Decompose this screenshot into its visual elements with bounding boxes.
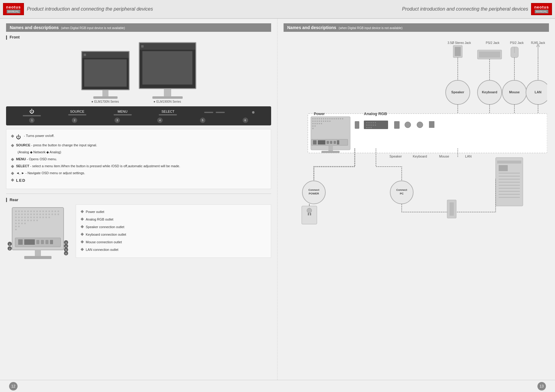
- svg-text:3: 3: [65, 241, 67, 244]
- svg-rect-17: [18, 214, 20, 215]
- power-area-label: Power: [314, 112, 325, 116]
- control-buttons: ⏻ SOURCE MENU SELECT: [11, 109, 267, 116]
- port-power: [355, 121, 359, 129]
- svg-rect-137: [499, 173, 520, 174]
- svg-rect-39: [39, 217, 41, 218]
- keyboard-device-inner: [479, 51, 500, 58]
- svg-point-127: [373, 125, 374, 126]
- divider: [6, 194, 271, 194]
- svg-rect-136: [499, 165, 508, 171]
- port-speaker-conn: [394, 121, 400, 129]
- connect-power-text2: POWER: [309, 192, 319, 195]
- svg-rect-113: [327, 141, 329, 144]
- page-num-right: 13: [537, 382, 546, 390]
- menu-button-area: MENU: [114, 110, 132, 115]
- rear-label: Rear: [6, 198, 271, 202]
- svg-rect-64: [50, 240, 53, 244]
- svg-rect-18: [21, 214, 23, 215]
- svg-rect-114: [330, 141, 332, 144]
- monitor1-label: ELM1700N Series: [92, 100, 119, 103]
- num-6: 6: [243, 118, 248, 123]
- monitor2-stand: [164, 89, 171, 96]
- header: neotus MANUAL Product introduction and c…: [0, 0, 555, 19]
- desc-power-text: - Turns power on/off.: [24, 133, 55, 139]
- svg-rect-117: [328, 145, 333, 151]
- monitor2-base: [152, 96, 183, 99]
- rear-lan-text: LAN connection outlet: [86, 246, 118, 253]
- num-4: 4: [157, 118, 163, 123]
- manual-text-left: MANUAL: [7, 10, 21, 13]
- monitor2-topbar-icon: [141, 45, 144, 48]
- rear-item-mouse: ◆ Mouse connection outlet: [81, 239, 266, 245]
- svg-rect-109: [314, 125, 316, 127]
- svg-rect-52: [18, 223, 20, 224]
- speaker-device-inner: [455, 47, 461, 56]
- svg-rect-59: [18, 239, 23, 245]
- svg-rect-16: [15, 214, 17, 215]
- menu-label: MENU: [118, 110, 127, 113]
- svg-rect-2: [18, 211, 20, 212]
- svg-point-122: [373, 122, 374, 123]
- svg-rect-41: [45, 217, 47, 218]
- rear-monitor-image: 1 2 3 4 5 6: [6, 204, 70, 265]
- svg-rect-81: [317, 118, 318, 119]
- svg-rect-27: [48, 214, 50, 215]
- svg-text:2: 2: [9, 247, 11, 250]
- monitor1-topbar-icon: [84, 54, 86, 56]
- svg-rect-99: [323, 121, 324, 122]
- svg-rect-103: [312, 123, 314, 124]
- svg-rect-110: [312, 128, 314, 129]
- svg-rect-66: [24, 256, 52, 259]
- svg-rect-65: [35, 249, 41, 257]
- power-bar: [23, 115, 41, 116]
- rear-item-lan: ◆ LAN connection outlet: [81, 246, 266, 253]
- svg-point-130: [368, 127, 370, 128]
- svg-rect-36: [30, 217, 32, 218]
- manual-text-right: MANUAL: [535, 10, 549, 13]
- svg-rect-88: [331, 118, 333, 119]
- monitor2-screen: [139, 42, 196, 89]
- diamond-r3: ◆: [81, 224, 84, 230]
- port-rgb: [364, 121, 388, 129]
- monitor-rear-port-strip: [311, 139, 348, 145]
- svg-rect-11: [45, 211, 47, 212]
- desc-source-sub: (Analog ◆ Network ◆ Analog): [11, 149, 266, 155]
- power-button-area: ⏻: [23, 109, 41, 116]
- rear-keyboard-text: Keyboard connection outlet: [86, 231, 126, 238]
- svg-rect-82: [319, 118, 320, 119]
- power-icon: ⏻: [29, 109, 34, 114]
- select-button-area: SELECT: [159, 110, 177, 115]
- label-ps2-2: PS/2 Jack: [510, 41, 524, 45]
- svg-text:6: 6: [65, 252, 67, 255]
- rgb-cable-down: [376, 148, 402, 182]
- svg-rect-29: [55, 214, 56, 215]
- svg-rect-33: [21, 217, 23, 218]
- nav-buttons: [204, 112, 225, 113]
- svg-rect-94: [312, 121, 314, 122]
- desc-box: ◆ ⏻ - Turns power on/off. ◆ SOURCE - pre…: [6, 129, 271, 189]
- port-mouse-conn: [417, 122, 423, 128]
- right-section-header: Names and descriptions (when Digital RGB…: [284, 23, 549, 32]
- svg-rect-60: [24, 239, 35, 245]
- svg-rect-42: [48, 217, 50, 218]
- svg-rect-54: [24, 223, 26, 224]
- desc-source: ◆ SOURCE - press the button to change th…: [11, 142, 266, 148]
- svg-rect-143: [499, 191, 520, 192]
- control-panel: ⏻ SOURCE MENU SELECT: [6, 106, 271, 125]
- svg-rect-45: [21, 220, 23, 221]
- svg-rect-44: [18, 220, 20, 221]
- monitor1-base: [93, 96, 118, 99]
- desc-select-text: SELECT - select a menu item.When the but…: [16, 163, 180, 169]
- desc-source-text: SOURCE - press the button to change the …: [16, 142, 97, 148]
- connect-power-text1: Connect: [308, 188, 319, 191]
- svg-rect-63: [45, 240, 48, 244]
- svg-rect-49: [33, 220, 35, 221]
- header-left: neotus MANUAL Product introduction and c…: [3, 3, 153, 15]
- svg-rect-26: [45, 214, 47, 215]
- rear-item-speaker: ◆ Speaker connection outlet: [81, 224, 266, 230]
- keyboard-circle-label: Keyboard: [482, 90, 497, 94]
- analog-rgb-label: Analog RGB: [364, 111, 387, 116]
- svg-text:1: 1: [9, 243, 11, 246]
- desc-nav: ◆ ◄, ► - Navigate OSD menu or adjust set…: [11, 170, 266, 176]
- rear-rgb-text: Analog RGB outlet: [86, 216, 113, 223]
